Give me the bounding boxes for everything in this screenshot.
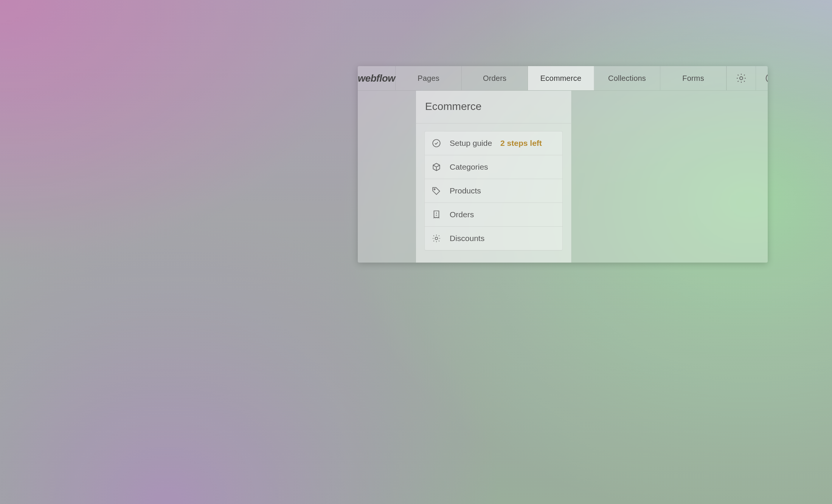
- svg-point-5: [435, 237, 438, 240]
- ecommerce-menu: Setup guide 2 steps left Categories: [416, 124, 571, 253]
- cube-icon: [432, 162, 441, 172]
- tab-pages[interactable]: Pages: [396, 66, 462, 90]
- top-bar-icons: [726, 66, 768, 90]
- menu-item-setup-guide[interactable]: Setup guide 2 steps left: [424, 131, 563, 155]
- tab-label: Ecommerce: [540, 74, 582, 83]
- menu-item-badge: 2 steps left: [500, 139, 542, 148]
- menu-item-label: Discounts: [450, 234, 484, 243]
- brand-logo-text: webflow: [358, 73, 395, 84]
- tab-strip: Pages Orders Ecommerce Collections Forms: [396, 66, 726, 90]
- menu-item-products[interactable]: Products: [424, 179, 563, 203]
- svg-point-4: [434, 189, 435, 190]
- brand-logo[interactable]: webflow: [358, 66, 396, 90]
- receipt-icon: [432, 210, 441, 220]
- body-filler: [571, 91, 768, 263]
- tag-icon: [432, 186, 441, 196]
- top-bar: webflow Pages Orders Ecommerce Collectio…: [358, 66, 768, 91]
- editor-window: webflow Pages Orders Ecommerce Collectio…: [358, 66, 768, 263]
- tab-collections[interactable]: Collections: [594, 66, 660, 90]
- svg-point-1: [766, 74, 768, 83]
- menu-item-categories[interactable]: Categories: [424, 155, 563, 179]
- check-circle-icon: [432, 138, 441, 148]
- tab-ecommerce[interactable]: Ecommerce: [528, 66, 594, 90]
- ecommerce-panel: Ecommerce Setup guide 2 steps left: [416, 91, 571, 263]
- tab-label: Pages: [418, 74, 439, 83]
- gear-icon: [736, 73, 747, 84]
- settings-button[interactable]: [726, 66, 756, 90]
- menu-item-label: Setup guide: [450, 139, 492, 148]
- svg-point-0: [740, 77, 743, 80]
- help-button[interactable]: [756, 66, 768, 90]
- svg-point-3: [433, 139, 440, 147]
- menu-item-orders[interactable]: Orders: [424, 203, 563, 226]
- tab-label: Collections: [608, 74, 646, 83]
- tab-forms[interactable]: Forms: [660, 66, 726, 90]
- menu-item-label: Categories: [450, 162, 488, 172]
- menu-item-label: Orders: [450, 210, 474, 219]
- body-spacer: [358, 91, 416, 263]
- menu-item-discounts[interactable]: Discounts: [424, 226, 563, 250]
- tab-label: Forms: [682, 74, 704, 83]
- tab-orders[interactable]: Orders: [462, 66, 528, 90]
- gear-icon: [432, 233, 441, 243]
- panel-title: Ecommerce: [416, 91, 571, 124]
- help-icon: [765, 73, 768, 84]
- tab-label: Orders: [483, 74, 506, 83]
- window-body: Ecommerce Setup guide 2 steps left: [358, 91, 768, 263]
- menu-item-label: Products: [450, 186, 481, 195]
